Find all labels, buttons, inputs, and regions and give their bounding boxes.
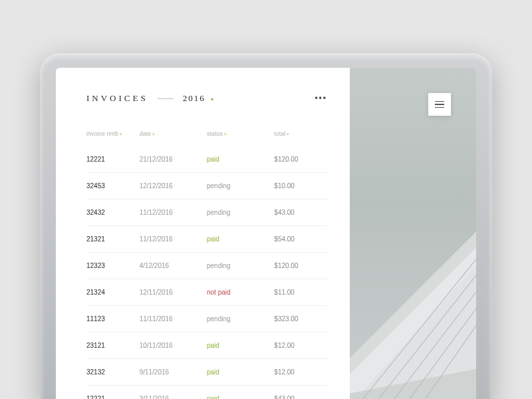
table-row[interactable]: 123234/12/2016pending$120.00 bbox=[86, 253, 327, 279]
cell-total: $120.00 bbox=[274, 146, 327, 173]
year-value: 2016 bbox=[183, 93, 205, 103]
cell-total: $12.00 bbox=[274, 359, 327, 386]
table-row[interactable]: 1222121/12/2016paid$120.00 bbox=[86, 146, 327, 173]
title-dash bbox=[158, 98, 174, 99]
chevron-down-icon: ▾ bbox=[211, 96, 213, 102]
cell-date: 9/11/2016 bbox=[140, 359, 207, 386]
laptop-body: INVOICES 2016 ▾ ••• bbox=[40, 53, 492, 399]
invoices-table: invoice nmb▾ date▾ status▾ total▾ 122212… bbox=[86, 130, 327, 399]
table-row[interactable]: 3243211/12/2016pending$43.00 bbox=[86, 200, 327, 226]
cell-date: 4/12/2016 bbox=[140, 253, 207, 279]
sort-icon: ▾ bbox=[152, 132, 155, 136]
header-row: INVOICES 2016 ▾ ••• bbox=[86, 92, 327, 104]
col-total[interactable]: total▾ bbox=[274, 130, 327, 146]
table-row[interactable]: 2312110/11/2016paid$12.00 bbox=[86, 332, 327, 359]
cell-invoice-nmb: 23121 bbox=[86, 332, 140, 359]
cell-invoice-nmb: 32453 bbox=[86, 173, 140, 200]
col-status[interactable]: status▾ bbox=[207, 130, 274, 146]
cell-status: not paid bbox=[207, 279, 274, 306]
cell-date: 21/12/2016 bbox=[140, 146, 207, 173]
cell-status: paid bbox=[207, 359, 274, 386]
cell-total: $120.00 bbox=[274, 253, 327, 279]
cell-status: pending bbox=[207, 253, 274, 279]
cell-date: 3/11/2016 bbox=[140, 386, 207, 400]
cell-date: 11/12/2016 bbox=[140, 200, 207, 226]
table-row[interactable]: 122213/11/2016paid$43.00 bbox=[86, 386, 327, 400]
hamburger-icon bbox=[435, 101, 444, 108]
cell-total: $323.00 bbox=[274, 306, 327, 332]
content-panel: INVOICES 2016 ▾ ••• bbox=[56, 68, 350, 399]
cell-total: $12.00 bbox=[274, 332, 327, 359]
cell-total: $11.00 bbox=[274, 279, 327, 306]
cell-date: 12/11/2016 bbox=[140, 279, 207, 306]
cell-status: paid bbox=[207, 332, 274, 359]
cell-date: 11/11/2016 bbox=[140, 306, 207, 332]
cell-status: paid bbox=[207, 146, 274, 173]
cell-status: pending bbox=[207, 306, 274, 332]
sort-icon: ▾ bbox=[120, 132, 122, 136]
app-screen: INVOICES 2016 ▾ ••• bbox=[56, 68, 476, 399]
cell-invoice-nmb: 12323 bbox=[86, 253, 140, 279]
cell-total: $43.00 bbox=[274, 386, 327, 400]
cell-status: paid bbox=[207, 226, 274, 253]
cell-invoice-nmb: 12221 bbox=[86, 386, 140, 400]
cell-invoice-nmb: 32132 bbox=[86, 359, 140, 386]
cell-invoice-nmb: 32432 bbox=[86, 200, 140, 226]
table-row[interactable]: 1112311/11/2016pending$323.00 bbox=[86, 306, 327, 332]
more-icon[interactable]: ••• bbox=[315, 93, 327, 102]
table-row[interactable]: 321329/11/2016paid$12.00 bbox=[86, 359, 327, 386]
col-date[interactable]: date▾ bbox=[140, 130, 207, 146]
cell-date: 12/12/2016 bbox=[140, 173, 207, 200]
cell-date: 11/12/2016 bbox=[140, 226, 207, 253]
col-invoice-nmb[interactable]: invoice nmb▾ bbox=[86, 130, 140, 146]
page-title: INVOICES bbox=[86, 93, 148, 104]
cell-total: $43.00 bbox=[274, 200, 327, 226]
cell-total: $10.00 bbox=[274, 173, 327, 200]
cell-status: pending bbox=[207, 200, 274, 226]
cell-date: 10/11/2016 bbox=[140, 332, 207, 359]
title-group: INVOICES 2016 ▾ bbox=[86, 92, 213, 104]
table-row[interactable]: 2132111/12/2016paid$54.00 bbox=[86, 226, 327, 253]
cell-invoice-nmb: 11123 bbox=[86, 306, 140, 332]
cell-invoice-nmb: 21321 bbox=[86, 226, 140, 253]
table-row[interactable]: 3245312/12/2016pending$10.00 bbox=[86, 173, 327, 200]
cell-status: pending bbox=[207, 173, 274, 200]
cell-invoice-nmb: 21324 bbox=[86, 279, 140, 306]
year-selector[interactable]: 2016 ▾ bbox=[183, 92, 213, 104]
table-header-row: invoice nmb▾ date▾ status▾ total▾ bbox=[86, 130, 327, 146]
menu-button[interactable] bbox=[428, 93, 451, 116]
cell-invoice-nmb: 12221 bbox=[86, 146, 140, 173]
cell-total: $54.00 bbox=[274, 226, 327, 253]
laptop-frame: INVOICES 2016 ▾ ••• bbox=[40, 53, 492, 399]
sort-icon: ▾ bbox=[287, 132, 289, 136]
cell-status: paid bbox=[207, 386, 274, 400]
sort-icon: ▾ bbox=[224, 132, 227, 136]
table-row[interactable]: 2132412/11/2016not paid$11.00 bbox=[86, 279, 327, 306]
hero-image bbox=[350, 68, 476, 399]
